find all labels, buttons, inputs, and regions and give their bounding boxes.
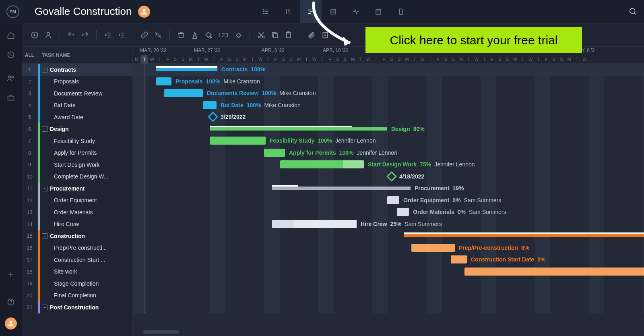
view-sheet-icon[interactable]	[322, 0, 344, 23]
gantt-bar[interactable]: 3/29/2022	[209, 113, 246, 121]
summary-bar[interactable]	[404, 234, 644, 237]
view-calendar-icon[interactable]	[367, 0, 389, 23]
gantt-chart[interactable]: MAR, 20 '22MAR, 27 '22APR, 3 '22APR, 10 …	[133, 47, 644, 336]
text-style-icon[interactable]	[191, 31, 199, 39]
cta-banner[interactable]: Click here to start your free trial	[365, 27, 582, 53]
gantt-bar[interactable]: Proposals100%Mike Cranston	[156, 77, 260, 85]
gantt-bar[interactable]: Feasibility Study100%Jennifer Lennon	[210, 137, 376, 145]
task-row[interactable]: 18Site work	[22, 266, 132, 278]
number-format-icon[interactable]: 123	[218, 32, 229, 38]
recent-icon[interactable]	[7, 51, 15, 60]
paste-icon[interactable]	[285, 31, 293, 39]
gantt-bar[interactable]: Contracts100%	[156, 65, 265, 73]
task-bar[interactable]	[411, 244, 455, 252]
task-row[interactable]: 16Prep/Pre-constructi...	[22, 242, 132, 254]
gantt-bar[interactable]: 4/18/2022	[388, 172, 424, 180]
gantt-bar[interactable]	[464, 268, 644, 276]
task-row[interactable]: 12Order Equipment	[22, 195, 132, 207]
milestone-diamond[interactable]	[386, 171, 396, 181]
col-name-header[interactable]: TASK NAME	[38, 52, 70, 58]
task-bar[interactable]	[464, 268, 644, 276]
summary-bar[interactable]	[272, 187, 411, 190]
search-icon[interactable]	[629, 7, 638, 16]
gantt-bar[interactable]: Construction Start Date0%	[451, 255, 545, 263]
task-bar[interactable]	[280, 160, 364, 168]
add-icon[interactable]	[7, 271, 15, 280]
gantt-bar[interactable]: Hire Crew25%Sam Summers	[272, 220, 442, 228]
horizontal-scrollbar[interactable]	[143, 330, 180, 334]
redo-icon[interactable]	[81, 31, 89, 39]
task-row[interactable]: 2Proposals	[22, 76, 132, 88]
task-row[interactable]: 11−Procurement	[22, 183, 132, 195]
task-row[interactable]: 20Final Completion	[22, 290, 132, 302]
undo-icon[interactable]	[67, 31, 75, 39]
task-row[interactable]: 21−Post Construction	[22, 301, 132, 313]
fill-color-icon[interactable]	[204, 31, 213, 39]
task-bar[interactable]	[397, 208, 409, 216]
collapse-icon[interactable]: −	[42, 305, 47, 310]
indent-icon[interactable]	[118, 31, 126, 39]
task-row[interactable]: 10Complete Design W...	[22, 171, 132, 183]
task-row[interactable]: 6−Design	[22, 123, 132, 135]
view-board-icon[interactable]	[277, 0, 299, 23]
task-bar[interactable]	[264, 149, 285, 157]
unlink-icon[interactable]	[154, 31, 162, 39]
task-row[interactable]: 19Stage Completion	[22, 278, 132, 290]
task-row[interactable]: 3Documents Review	[22, 87, 132, 100]
task-bar[interactable]	[210, 137, 266, 145]
summary-bar[interactable]	[210, 127, 387, 131]
gantt-bar[interactable]: Procurement19%	[272, 184, 464, 192]
outdent-icon[interactable]	[104, 31, 112, 39]
view-gantt-icon[interactable]	[300, 0, 322, 23]
task-row[interactable]: 4Bid Date	[22, 100, 132, 112]
gantt-bar[interactable]: Bid Date100%Mike Cranston	[203, 101, 301, 109]
gantt-bar[interactable]: Order Equipment0%Sam Summers	[387, 196, 501, 204]
gantt-bar[interactable]	[404, 232, 644, 240]
gantt-bar[interactable]: Apply for Permits100%Jennifer Lennon	[264, 149, 397, 157]
add-task-icon[interactable]	[31, 31, 39, 39]
gantt-bar[interactable]: Prep/Pre-construction0%	[411, 244, 529, 252]
team-icon[interactable]	[7, 74, 15, 84]
task-bar[interactable]	[451, 255, 467, 263]
task-row[interactable]: 7Feasibility Study	[22, 135, 132, 147]
col-all-header[interactable]: ALL	[22, 47, 38, 63]
gantt-bar[interactable]: Design80%	[210, 125, 425, 133]
task-bar[interactable]	[387, 196, 399, 204]
app-logo[interactable]: PM	[6, 5, 19, 18]
milestone-icon[interactable]	[234, 31, 242, 39]
collapse-icon[interactable]: −	[42, 233, 47, 239]
attach-icon[interactable]	[308, 31, 316, 39]
gantt-bar[interactable]: Start Design Work75%Jennifer Lennon	[280, 160, 475, 168]
task-row[interactable]: 15−Construction	[22, 230, 132, 242]
collapse-icon[interactable]: −	[42, 186, 47, 191]
task-row[interactable]: 13Order Materials	[22, 206, 132, 218]
collapse-icon[interactable]: −	[42, 126, 47, 132]
gantt-bar[interactable]: Documents Review100%Mike Cranston	[164, 89, 316, 97]
help-icon[interactable]	[7, 298, 15, 308]
task-row[interactable]: 14Hire Crew	[22, 218, 132, 230]
task-row[interactable]: 5Award Date	[22, 111, 132, 123]
briefcase-icon[interactable]	[7, 93, 15, 103]
view-file-icon[interactable]	[390, 0, 412, 23]
assign-icon[interactable]	[44, 31, 52, 39]
copy-icon[interactable]	[271, 31, 279, 39]
milestone-diamond[interactable]	[208, 112, 218, 122]
cut-icon[interactable]	[257, 31, 265, 39]
profile-avatar[interactable]	[5, 317, 17, 330]
task-bar[interactable]	[272, 220, 357, 228]
user-avatar[interactable]	[138, 6, 150, 18]
task-bar[interactable]	[203, 101, 217, 109]
link-icon[interactable]	[140, 31, 149, 39]
home-icon[interactable]	[7, 31, 15, 41]
gantt-bar[interactable]: Order Materials0%Sam Summers	[397, 208, 506, 216]
view-list-icon[interactable]	[255, 0, 277, 23]
task-row[interactable]: 17Construction Start ...	[22, 254, 132, 266]
task-bar[interactable]	[164, 89, 203, 97]
task-row[interactable]: 9Start Design Work	[22, 159, 132, 171]
delete-icon[interactable]	[177, 31, 185, 39]
task-row[interactable]: 1−Contracts	[22, 64, 132, 76]
summary-bar[interactable]	[156, 68, 217, 71]
note-icon[interactable]	[321, 31, 329, 39]
view-activity-icon[interactable]	[345, 0, 367, 23]
task-row[interactable]: 8Apply for Permits	[22, 147, 132, 159]
